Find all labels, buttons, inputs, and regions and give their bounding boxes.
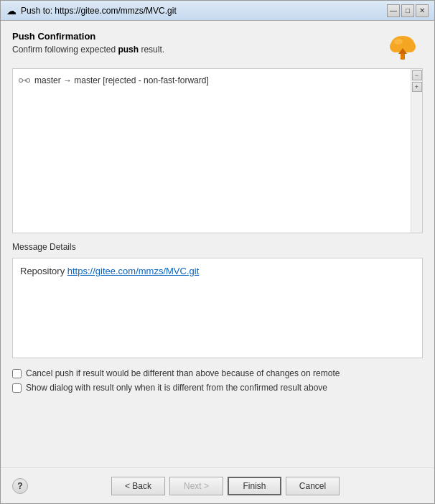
close-button[interactable]: ✕	[416, 4, 429, 17]
panel-scrollbar: − +	[411, 69, 422, 233]
svg-point-6	[394, 39, 403, 45]
branch-content: master → master [rejected - non-fast-for…	[13, 69, 411, 233]
push-dialog-window: ☁ Push to: https://gitee.com/mmzs/MVC.gi…	[0, 0, 435, 504]
checkbox-row-2[interactable]: Show dialog with result only when it is …	[12, 383, 423, 393]
subtitle-bold: push	[118, 45, 139, 55]
cancel-push-checkbox[interactable]	[12, 369, 22, 378]
push-confirmation-title: Push Confirmation	[12, 31, 164, 42]
push-confirmation-subtitle: Confirm following expected push result.	[12, 45, 164, 55]
scroll-plus-btn[interactable]: +	[412, 82, 422, 92]
cancel-push-label: Cancel push if result would be different…	[26, 368, 340, 378]
show-dialog-checkbox[interactable]	[12, 383, 22, 393]
message-details-label: Message Details	[12, 242, 423, 252]
minimize-button[interactable]: —	[387, 4, 400, 17]
dialog-footer: ? < Back Next > Finish Cancel	[1, 467, 434, 503]
repo-url-link[interactable]: https://gitee.com/mmzs/MVC.git	[67, 266, 200, 276]
window-controls: — □ ✕	[387, 4, 429, 17]
checkboxes-section: Cancel push if result would be different…	[12, 368, 423, 393]
checkbox-row-1[interactable]: Cancel push if result would be different…	[12, 368, 423, 378]
window-title: Push to: https://gitee.com/mmzs/MVC.git	[21, 6, 387, 16]
header-text: Push Confirmation Confirm following expe…	[12, 31, 164, 55]
back-button[interactable]: < Back	[111, 477, 165, 495]
branch-row: master → master [rejected - non-fast-for…	[19, 75, 405, 86]
cloud-icon-container	[385, 28, 420, 62]
message-details-box: Repository https://gitee.com/mmzs/MVC.gi…	[12, 258, 423, 358]
scroll-minus-btn[interactable]: −	[412, 70, 422, 80]
main-content: Push Confirmation Confirm following expe…	[1, 21, 434, 467]
cloud-upload-icon	[385, 28, 420, 62]
svg-point-8	[27, 79, 30, 83]
window-icon: ☁	[6, 5, 17, 17]
branch-icon	[19, 75, 30, 86]
branch-label: master → master [rejected - non-fast-for…	[34, 75, 209, 85]
help-button[interactable]: ?	[12, 478, 28, 494]
finish-button[interactable]: Finish	[228, 477, 281, 495]
footer-buttons: < Back Next > Finish Cancel	[28, 477, 423, 495]
title-bar: ☁ Push to: https://gitee.com/mmzs/MVC.gi…	[1, 1, 434, 21]
svg-point-7	[19, 79, 23, 83]
branch-panel: master → master [rejected - non-fast-for…	[12, 68, 423, 233]
header-row: Push Confirmation Confirm following expe…	[12, 31, 423, 62]
maximize-button[interactable]: □	[401, 4, 414, 17]
repo-prefix: Repository	[20, 266, 67, 276]
subtitle-prefix: Confirm following expected	[12, 45, 118, 55]
cancel-button[interactable]: Cancel	[286, 477, 340, 495]
subtitle-suffix: result.	[139, 45, 164, 55]
next-button[interactable]: Next >	[169, 477, 223, 495]
footer-left: ?	[12, 478, 28, 494]
show-dialog-label: Show dialog with result only when it is …	[26, 383, 327, 393]
